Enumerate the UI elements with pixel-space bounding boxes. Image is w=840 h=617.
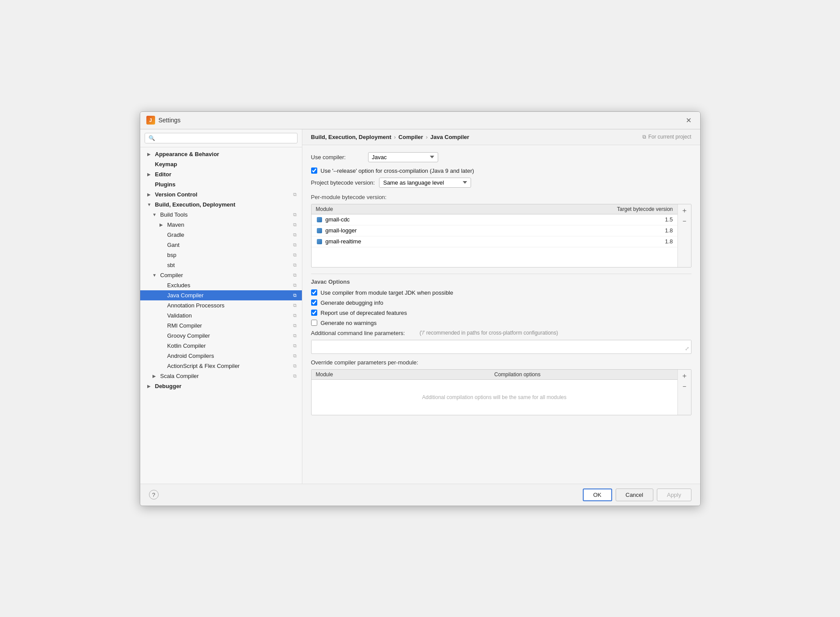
help-button[interactable]: ? (149, 490, 159, 499)
sidebar-item-appearance[interactable]: ▶ Appearance & Behavior (140, 149, 302, 159)
expand-icon: ▶ (147, 172, 152, 177)
sidebar-item-editor[interactable]: ▶ Editor (140, 169, 302, 179)
sidebar-item-debugger[interactable]: ▶ Debugger (140, 381, 302, 391)
sidebar-item-scala-compiler[interactable]: ▶ Scala Compiler ⧉ (140, 371, 302, 381)
use-compiler-select[interactable]: Javac (368, 152, 438, 162)
ok-button[interactable]: OK (583, 489, 612, 501)
generate-no-warnings-checkbox[interactable] (311, 320, 317, 326)
col-target-header: Target bytecode version (585, 206, 673, 212)
sidebar-item-plugins[interactable]: Plugins (140, 179, 302, 189)
table-main: Module Target bytecode version gmall-cdc (312, 204, 677, 267)
use-compiler-row: Use compiler: Javac (311, 152, 691, 162)
target-cell: 1.8 (585, 227, 673, 234)
right-panel: Build, Execution, Deployment › Compiler … (302, 129, 700, 484)
sidebar-item-java-compiler[interactable]: Java Compiler ⧉ (140, 290, 302, 300)
override-table-main: Module Compilation options Additional co… (312, 370, 677, 415)
use-compiler-module-label: Use compiler from module target JDK when… (321, 289, 454, 296)
expand-icon: ▶ (159, 222, 165, 227)
checkbox-row-generate-debug: Generate debugging info (311, 300, 691, 306)
sidebar-item-rmi-compiler[interactable]: RMI Compiler ⧉ (140, 321, 302, 331)
override-label: Override compiler parameters per-module: (311, 359, 691, 366)
add-override-button[interactable]: ＋ (680, 371, 689, 381)
copy-icon: ⧉ (293, 292, 297, 298)
expand-icon: ▼ (152, 212, 158, 217)
override-empty-text: Additional compilation options will be t… (312, 380, 677, 415)
sidebar-item-gant[interactable]: Gant ⧉ (140, 240, 302, 250)
per-module-table-container: Module Target bytecode version gmall-cdc (311, 204, 691, 267)
table-row[interactable]: gmall-logger 1.8 (312, 225, 677, 236)
table-header: Module Target bytecode version (312, 204, 677, 214)
search-input[interactable] (145, 133, 298, 143)
sidebar-item-gradle[interactable]: Gradle ⧉ (140, 230, 302, 240)
use-compiler-label: Use compiler: (311, 154, 364, 160)
table-row[interactable]: gmall-cdc 1.5 (312, 214, 677, 225)
javac-options-title: Javac Options (311, 274, 691, 285)
remove-module-button[interactable]: － (680, 217, 689, 226)
module-name: gmall-cdc (326, 216, 350, 223)
copy-icon: ⧉ (293, 192, 297, 197)
add-module-button[interactable]: ＋ (680, 206, 689, 216)
expand-icon: ▶ (147, 152, 152, 157)
col-module-header: Module (316, 206, 585, 212)
sidebar-item-groovy-compiler[interactable]: Groovy Compiler ⧉ (140, 331, 302, 341)
copy-icon: ⧉ (293, 282, 297, 288)
table-body: gmall-cdc 1.5 gmall-logger (312, 214, 677, 267)
checkbox-row-use-compiler: Use compiler from module target JDK when… (311, 289, 691, 296)
sidebar-item-keymap[interactable]: Keymap (140, 159, 302, 169)
sidebar-item-bsp[interactable]: bsp ⧉ (140, 250, 302, 260)
generate-no-warnings-label: Generate no warnings (321, 320, 377, 326)
use-release-option-row: Use '--release' option for cross-compila… (311, 168, 691, 174)
cmd-input[interactable] (312, 340, 691, 350)
remove-override-button[interactable]: － (680, 382, 689, 392)
cmd-label: Additional command line parameters: (311, 330, 416, 336)
copy-icon: ⧉ (293, 353, 297, 359)
app-icon: J (146, 116, 155, 125)
sidebar-item-version-control[interactable]: ▶ Version Control ⧉ (140, 189, 302, 200)
override-table-with-btns: Module Compilation options Additional co… (312, 370, 691, 415)
sidebar-item-kotlin-compiler[interactable]: Kotlin Compiler ⧉ (140, 341, 302, 351)
breadcrumb-part-2: Compiler (398, 134, 423, 140)
cancel-button[interactable]: Cancel (616, 489, 653, 501)
copy-icon: ⧉ (293, 272, 297, 278)
checkbox-row-report-deprecated: Report use of deprecated features (311, 310, 691, 316)
breadcrumb-part-1: Build, Execution, Deployment (311, 134, 391, 140)
copy-icon: ⧉ (293, 242, 297, 248)
close-button[interactable]: ✕ (683, 115, 694, 125)
sidebar-item-actionscript-flex[interactable]: ActionScript & Flex Compiler ⧉ (140, 361, 302, 371)
table-side-buttons: ＋ － (677, 204, 691, 267)
sidebar-item-validation[interactable]: Validation ⧉ (140, 310, 302, 321)
sidebar-item-maven[interactable]: ▶ Maven ⧉ (140, 220, 302, 230)
generate-debug-checkbox[interactable] (311, 300, 317, 306)
breadcrumb-sep-2: › (426, 134, 428, 140)
copy-icon: ⧉ (293, 262, 297, 268)
module-icon (316, 227, 323, 234)
module-cell: gmall-realtime (316, 238, 585, 245)
sidebar-item-excludes[interactable]: Excludes ⧉ (140, 280, 302, 290)
use-compiler-module-checkbox[interactable] (311, 289, 317, 296)
project-bytecode-select[interactable]: Same as language level (379, 178, 471, 188)
copy-icon: ⧉ (293, 363, 297, 369)
apply-button[interactable]: Apply (657, 489, 691, 501)
sidebar-item-annotation-processors[interactable]: Annotation Processors ⧉ (140, 300, 302, 310)
project-bytecode-label: Project bytecode version: (311, 179, 375, 186)
sidebar-item-sbt[interactable]: sbt ⧉ (140, 260, 302, 270)
table-with-side-btns: Module Target bytecode version gmall-cdc (312, 204, 691, 267)
target-cell: 1.5 (585, 216, 673, 223)
settings-dialog: J Settings ✕ ▶ Appearance & Behavior Key… (140, 111, 701, 506)
panel-header: Build, Execution, Deployment › Compiler … (302, 129, 700, 145)
sidebar-item-build-tools[interactable]: ▼ Build Tools ⧉ (140, 210, 302, 220)
use-release-checkbox[interactable] (311, 168, 317, 174)
cmd-hint: ('/' recommended in paths for cross-plat… (420, 330, 558, 336)
override-section: Override compiler parameters per-module:… (311, 359, 691, 415)
title-bar: J Settings ✕ (140, 112, 700, 129)
table-row[interactable]: gmall-realtime 1.8 (312, 236, 677, 247)
module-name: gmall-realtime (326, 238, 362, 245)
sidebar-item-compiler[interactable]: ▼ Compiler ⧉ (140, 270, 302, 280)
footer-buttons: OK Cancel Apply (583, 489, 691, 501)
copy-icon: ⧉ (293, 252, 297, 258)
sidebar-item-android-compilers[interactable]: Android Compilers ⧉ (140, 351, 302, 361)
report-deprecated-checkbox[interactable] (311, 310, 317, 316)
copy-project-icon: ⧉ (642, 134, 646, 140)
copy-icon: ⧉ (293, 212, 297, 218)
sidebar-item-build-exec-deploy[interactable]: ▼ Build, Execution, Deployment (140, 200, 302, 210)
